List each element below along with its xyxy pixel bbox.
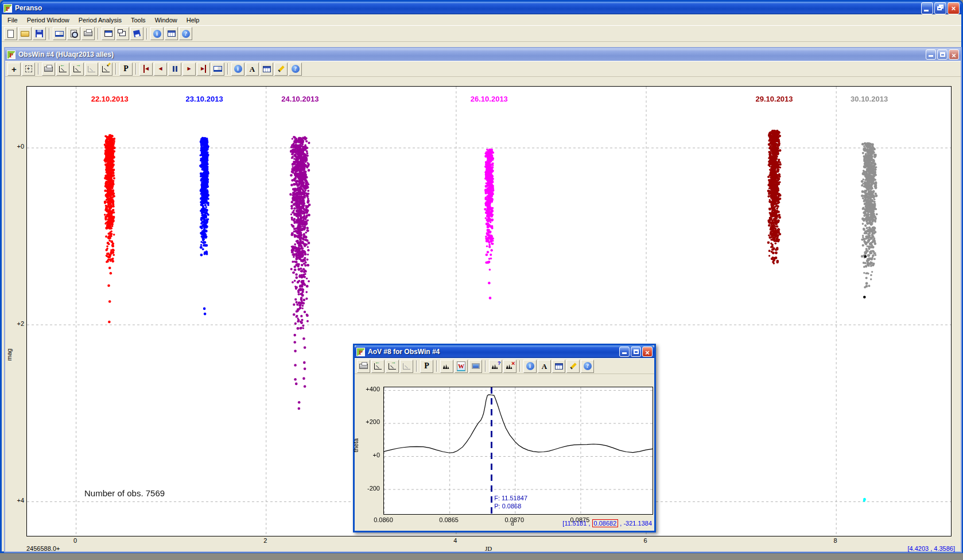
P-button[interactable]: P <box>119 63 133 76</box>
peak-frequency-label: F: 11.51847 <box>494 494 527 502</box>
next-observation-icon: ▶ <box>187 65 191 73</box>
obswin-close-button[interactable]: × <box>949 49 959 60</box>
data-table-button[interactable] <box>165 27 178 40</box>
pan-right-icon <box>389 363 396 370</box>
mag-tick-label: +0 <box>5 143 24 150</box>
new-document-icon <box>7 30 14 38</box>
jd-tick-label: 4 <box>444 537 467 544</box>
menu-file[interactable]: File <box>3 15 22 25</box>
toolbar-separator <box>227 63 228 75</box>
menu-window[interactable]: Window <box>150 15 182 25</box>
zoom-in-button[interactable]: + <box>7 63 21 76</box>
menu-period-analysis[interactable]: Period Analysis <box>74 15 126 25</box>
print-preview-button[interactable] <box>67 27 80 40</box>
pan-left-button[interactable] <box>56 63 69 76</box>
obswin-maximize-button[interactable] <box>937 49 948 60</box>
annotate-text-button[interactable]: A <box>246 63 259 76</box>
pan-right-button[interactable] <box>71 63 84 76</box>
periodogram-plot[interactable]: F: 11.51847 P: 0.0868 <box>383 387 653 515</box>
pan-left-button[interactable] <box>371 360 385 373</box>
display-mode-button[interactable] <box>469 360 482 373</box>
new-document-button[interactable] <box>4 27 17 40</box>
report-book-button[interactable] <box>53 27 66 40</box>
aov-titlebar[interactable]: P AoV #8 for ObsWin #4 × <box>355 345 654 358</box>
print-plot-button[interactable] <box>42 63 55 76</box>
data-table-button[interactable] <box>260 63 273 76</box>
open-file-button[interactable] <box>18 27 32 40</box>
close-button[interactable]: × <box>948 2 960 14</box>
observations-list-button[interactable] <box>211 63 224 76</box>
last-observation-button[interactable]: ▶ <box>197 63 210 76</box>
obswin-toolbar: ++P◀◀▶▶iA? <box>5 61 961 77</box>
aov-close-button[interactable]: × <box>642 347 653 357</box>
cascade-windows-button[interactable] <box>116 27 129 40</box>
desktop: P Peranso × File Period Window Period An… <box>0 0 963 560</box>
edit-style-button[interactable] <box>566 360 580 373</box>
resize-window-button[interactable] <box>102 27 115 40</box>
menu-period-window[interactable]: Period Window <box>22 15 74 25</box>
previous-observation-button[interactable]: ◀ <box>154 63 167 76</box>
find-peaks-button[interactable] <box>440 360 453 373</box>
save-icon <box>36 30 43 37</box>
d-tick-label: 0.0870 <box>500 516 529 523</box>
main-toolbar: i? <box>2 25 961 42</box>
P-icon: P <box>424 361 429 371</box>
zoom-region-button[interactable]: + <box>22 63 35 76</box>
print-plot-button[interactable] <box>357 360 370 373</box>
peak-info-button[interactable] <box>489 360 502 373</box>
info-button[interactable]: i <box>231 63 244 76</box>
theta-tick-label: +200 <box>355 418 380 425</box>
pan-left-icon <box>374 363 382 370</box>
mag-axis-label: mag <box>6 348 13 360</box>
annotate-text-icon: A <box>250 65 255 73</box>
cursor-coordinates: [4.4203 , 4.3586] <box>907 545 955 552</box>
annotate-text-button[interactable]: A <box>538 360 551 373</box>
peak-delete-icon <box>506 363 514 370</box>
find-peaks-icon <box>443 363 451 370</box>
menu-help[interactable]: Help <box>182 15 204 25</box>
toolbar-separator <box>38 63 39 75</box>
pan-right-button[interactable] <box>386 360 399 373</box>
pan-disabled-button[interactable] <box>400 360 413 373</box>
restore-button[interactable] <box>934 2 946 14</box>
pan-disabled-button[interactable] <box>85 63 98 76</box>
edit-style-button[interactable] <box>274 63 288 76</box>
menu-tools[interactable]: Tools <box>126 15 150 25</box>
minimize-button[interactable] <box>921 2 933 14</box>
pan-left-icon <box>59 66 67 72</box>
peak-info-icon <box>492 363 500 370</box>
aov-maximize-button[interactable] <box>631 347 641 357</box>
wavelet-icon: W <box>457 361 465 371</box>
next-observation-button[interactable]: ▶ <box>182 63 196 76</box>
status-period-boxed: 0.08682 <box>592 519 619 527</box>
pause-button[interactable] <box>168 63 181 76</box>
main-window-buttons: × <box>921 2 960 14</box>
P-button[interactable]: P <box>420 360 433 373</box>
help-button[interactable]: ? <box>179 27 192 40</box>
obswin-minimize-button[interactable] <box>926 49 936 60</box>
wavelet-button[interactable]: W <box>455 360 468 373</box>
main-titlebar[interactable]: P Peranso × <box>2 2 961 14</box>
save-workspace-button[interactable] <box>130 27 143 40</box>
toolbar-separator <box>146 28 147 40</box>
data-table-button[interactable] <box>552 360 565 373</box>
edit-plot-button[interactable] <box>99 63 112 76</box>
zoom-region-icon: + <box>25 65 32 72</box>
first-observation-button[interactable]: ◀ <box>139 63 153 76</box>
help-icon: ? <box>584 362 592 370</box>
info-button[interactable]: i <box>523 360 537 373</box>
obswin-titlebar[interactable]: P ObsWin #4 (HUaqr2013 alles) × <box>5 48 961 61</box>
help-button[interactable]: ? <box>289 63 302 76</box>
info-button[interactable]: i <box>150 27 164 40</box>
help-button[interactable]: ? <box>581 360 594 373</box>
theta-axis-label: theta <box>352 438 359 452</box>
jd-tick-label: 8 <box>824 537 847 544</box>
info-icon: i <box>234 65 242 73</box>
save-button[interactable] <box>33 27 46 40</box>
pan-disabled-icon <box>403 363 410 370</box>
print-button[interactable] <box>81 27 95 40</box>
aov-minimize-button[interactable] <box>619 347 630 357</box>
print-plot-icon <box>359 364 368 369</box>
peak-delete-button[interactable] <box>503 360 517 373</box>
period-marker-line[interactable] <box>491 387 492 514</box>
